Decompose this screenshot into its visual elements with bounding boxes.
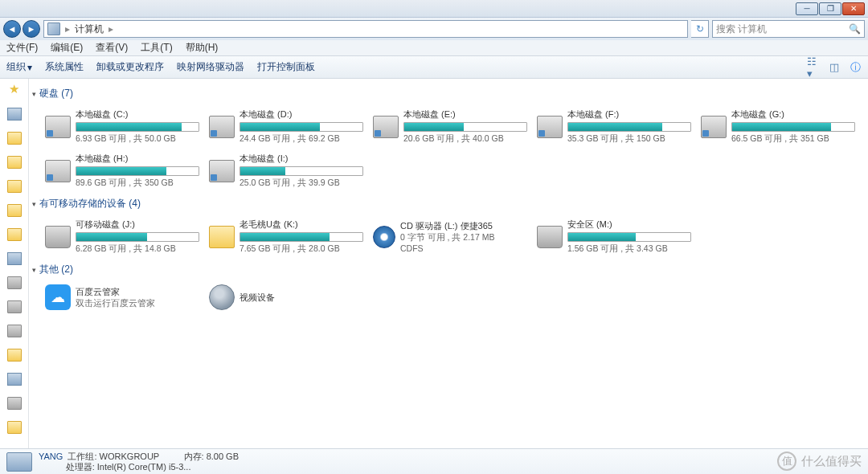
drive-item[interactable]: 本地磁盘 (H:) 89.6 GB 可用 , 共 350 GB xyxy=(43,149,201,192)
drive-item[interactable]: 老毛桃U盘 (K:) 7.65 GB 可用 , 共 28.0 GB xyxy=(207,215,365,258)
minimize-button[interactable]: ─ xyxy=(796,2,818,15)
refresh-button[interactable]: ↻ xyxy=(691,20,709,38)
baidu-cloud-icon: ☁ xyxy=(45,284,71,310)
drive-stats: 7.65 GB 可用 , 共 28.0 GB xyxy=(240,243,363,255)
desktop-icon[interactable] xyxy=(7,108,22,121)
computer-icon[interactable] xyxy=(7,252,22,265)
drive-item[interactable]: 本地磁盘 (F:) 35.3 GB 可用 , 共 150 GB xyxy=(535,105,693,148)
section-header-removable[interactable]: ▾ 有可移动存储的设备 (4) xyxy=(32,195,865,212)
drive-label: CD 驱动器 (L:) 便捷365 xyxy=(400,220,527,232)
close-button[interactable]: ✕ xyxy=(842,2,865,15)
folder-icon[interactable] xyxy=(7,132,22,145)
capacity-bar xyxy=(567,122,691,132)
camera-icon xyxy=(209,284,235,310)
cd-icon xyxy=(373,226,395,248)
command-bar: 组织 ▾ 系统属性 卸载或更改程序 映射网络驱动器 打开控制面板 ☷ ▾ ◫ ⓘ xyxy=(0,56,868,79)
favorites-icon[interactable]: ★ xyxy=(9,82,19,96)
menu-file[interactable]: 文件(F) xyxy=(3,39,41,56)
drive-stats: 66.5 GB 可用 , 共 351 GB xyxy=(731,133,855,145)
collapse-icon[interactable]: ▾ xyxy=(32,266,36,274)
monitor-icon[interactable] xyxy=(7,373,22,386)
item-label: 视频设备 xyxy=(240,292,363,304)
other-item[interactable]: ☁ 百度云管家 双击运行百度云管家 xyxy=(43,281,201,313)
folder-icon[interactable] xyxy=(7,180,22,193)
map-network-drive-button[interactable]: 映射网络驱动器 xyxy=(177,60,244,74)
drive-label: 可移动磁盘 (J:) xyxy=(76,219,199,231)
system-properties-button[interactable]: 系统属性 xyxy=(45,60,84,74)
search-icon: 🔍 xyxy=(849,23,861,35)
view-options-icon[interactable]: ☷ ▾ xyxy=(807,61,820,74)
drive-stats: 6.93 GB 可用 , 共 50.0 GB xyxy=(76,133,199,145)
folder-icon[interactable] xyxy=(7,228,22,241)
menu-edit[interactable]: 编辑(E) xyxy=(47,39,86,56)
open-control-panel-button[interactable]: 打开控制面板 xyxy=(257,60,315,74)
collapse-icon[interactable]: ▾ xyxy=(32,200,36,208)
details-pane: YANG 工作组: WORKGROUP 内存: 8.00 GB 处理器: Int… xyxy=(0,448,868,474)
drive-stats: 1.56 GB 可用 , 共 3.43 GB xyxy=(567,243,691,255)
hdd-icon xyxy=(537,116,563,138)
drive-stats: 0 字节 可用 , 共 2.17 MB xyxy=(400,232,527,243)
computer-large-icon xyxy=(6,452,32,472)
watermark-badge-icon: 值 xyxy=(777,452,796,471)
drive-stats: 20.6 GB 可用 , 共 40.0 GB xyxy=(403,133,527,145)
hdd-icon xyxy=(373,116,399,138)
drive-item[interactable]: 本地磁盘 (G:) 66.5 GB 可用 , 共 351 GB xyxy=(699,105,857,148)
uninstall-programs-button[interactable]: 卸载或更改程序 xyxy=(96,60,164,74)
folder-icon[interactable] xyxy=(7,204,22,217)
address-field[interactable]: ▸ 计算机 ▸ xyxy=(43,20,688,38)
drive-item[interactable]: 本地磁盘 (C:) 6.93 GB 可用 , 共 50.0 GB xyxy=(43,105,201,148)
other-item[interactable]: 视频设备 xyxy=(207,281,365,313)
folder-icon[interactable] xyxy=(7,349,22,362)
drive-item[interactable]: 本地磁盘 (D:) 24.4 GB 可用 , 共 69.2 GB xyxy=(207,105,365,148)
drive-item[interactable]: CD 驱动器 (L:) 便捷365 0 字节 可用 , 共 2.17 MB CD… xyxy=(371,215,529,258)
preview-pane-icon[interactable]: ◫ xyxy=(828,61,841,74)
hdd-icon xyxy=(209,116,235,138)
folder-icon xyxy=(209,226,235,248)
breadcrumb-separator: ▸ xyxy=(108,23,113,35)
menu-help[interactable]: 帮助(H) xyxy=(182,39,222,56)
drive-stats: 6.28 GB 可用 , 共 14.8 GB xyxy=(76,243,199,255)
drive-label: 本地磁盘 (H:) xyxy=(76,153,199,165)
capacity-bar xyxy=(76,166,199,176)
drive-item[interactable]: 本地磁盘 (E:) 20.6 GB 可用 , 共 40.0 GB xyxy=(371,105,529,148)
drive-stats: 25.0 GB 可用 , 共 39.9 GB xyxy=(240,178,363,189)
folder-icon[interactable] xyxy=(7,156,22,169)
help-icon[interactable]: ⓘ xyxy=(849,61,862,74)
section-header-other[interactable]: ▾ 其他 (2) xyxy=(32,261,865,278)
breadcrumb-location[interactable]: 计算机 xyxy=(75,22,104,36)
search-input[interactable]: 搜索 计算机 🔍 xyxy=(712,20,865,38)
menu-tools[interactable]: 工具(T) xyxy=(137,39,175,56)
navigation-pane[interactable]: ★ xyxy=(0,79,29,448)
search-placeholder: 搜索 计算机 xyxy=(716,22,767,36)
memory-value: 8.00 GB xyxy=(207,452,239,461)
drive-label: 老毛桃U盘 (K:) xyxy=(240,219,363,231)
content-pane: ▾ 硬盘 (7) 本地磁盘 (C:) 6.93 GB 可用 , 共 50.0 G… xyxy=(29,79,868,448)
drive-filesystem: CDFS xyxy=(400,243,527,253)
drive-item[interactable]: 本地磁盘 (I:) 25.0 GB 可用 , 共 39.9 GB xyxy=(207,149,365,192)
drive-label: 本地磁盘 (I:) xyxy=(240,153,363,165)
capacity-bar xyxy=(567,232,691,242)
maximize-button[interactable]: ❐ xyxy=(819,2,841,15)
hdd-icon xyxy=(45,116,71,138)
drive-label: 本地磁盘 (C:) xyxy=(76,108,199,121)
section-header-hdd[interactable]: ▾ 硬盘 (7) xyxy=(32,85,865,102)
back-button[interactable]: ◄ xyxy=(3,20,21,38)
capacity-bar xyxy=(403,122,527,132)
address-bar: ◄ ► ▸ 计算机 ▸ ↻ 搜索 计算机 🔍 xyxy=(0,18,868,40)
forward-button[interactable]: ► xyxy=(23,20,40,38)
item-description: 双击运行百度云管家 xyxy=(76,298,199,309)
collapse-icon[interactable]: ▾ xyxy=(32,90,36,98)
menu-view[interactable]: 查看(V) xyxy=(92,39,131,56)
drive-item[interactable]: 安全区 (M:) 1.56 GB 可用 , 共 3.43 GB xyxy=(535,215,693,258)
drive-icon[interactable] xyxy=(7,276,22,289)
watermark: 值 什么值得买 xyxy=(777,452,862,471)
drive-icon[interactable] xyxy=(7,325,22,337)
drive-stats: 89.6 GB 可用 , 共 350 GB xyxy=(76,178,199,189)
capacity-bar xyxy=(240,166,363,176)
folder-icon[interactable] xyxy=(7,421,22,434)
capacity-bar xyxy=(76,232,199,242)
organize-button[interactable]: 组织 ▾ xyxy=(6,60,32,74)
drive-item[interactable]: 可移动磁盘 (J:) 6.28 GB 可用 , 共 14.8 GB xyxy=(43,215,201,258)
drive-icon[interactable] xyxy=(7,397,22,410)
drive-icon[interactable] xyxy=(7,300,22,313)
